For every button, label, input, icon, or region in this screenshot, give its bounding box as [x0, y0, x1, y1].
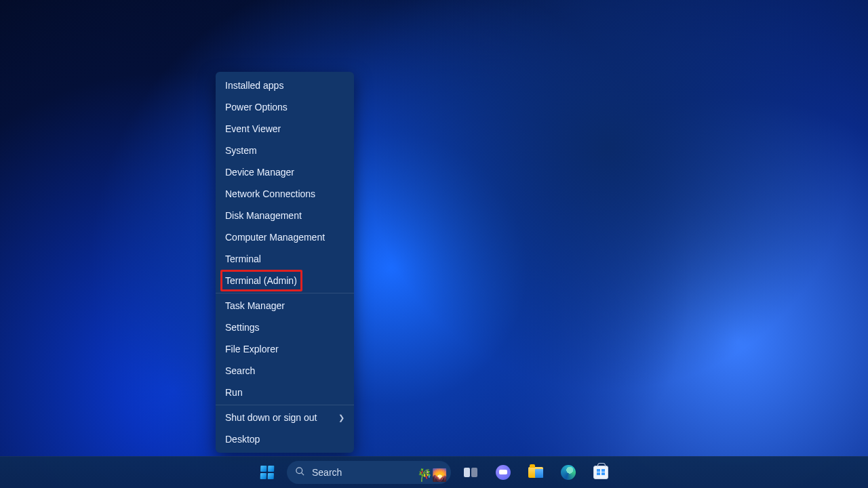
- task-view-icon: [464, 468, 477, 477]
- desktop[interactable]: Installed apps Power Options Event Viewe…: [0, 0, 868, 488]
- menu-item-label: Desktop: [225, 428, 260, 450]
- menu-item-label: Power Options: [225, 96, 288, 118]
- chat-button[interactable]: [490, 460, 516, 485]
- winx-context-menu: Installed apps Power Options Event Viewe…: [216, 72, 354, 453]
- menu-item-terminal[interactable]: Terminal: [216, 248, 354, 270]
- taskbar-center: Search 🎋🌄: [254, 460, 614, 485]
- menu-item-label: Network Connections: [225, 183, 315, 205]
- chevron-right-icon: ❯: [338, 407, 344, 428]
- file-explorer-button[interactable]: [523, 460, 549, 485]
- menu-item-label: Terminal (Admin): [225, 270, 297, 291]
- search-highlight-icon: 🎋🌄: [417, 468, 447, 483]
- menu-item-label: Device Manager: [225, 161, 294, 183]
- menu-item-label: Disk Management: [225, 205, 302, 226]
- search-icon: [295, 466, 305, 479]
- taskbar: Search 🎋🌄: [0, 456, 868, 488]
- menu-item-label: Run: [225, 382, 243, 403]
- menu-item-file-explorer[interactable]: File Explorer: [216, 338, 354, 360]
- menu-item-shut-down-or-sign-out[interactable]: Shut down or sign out ❯: [216, 407, 354, 428]
- menu-item-network-connections[interactable]: Network Connections: [216, 183, 354, 205]
- menu-item-desktop[interactable]: Desktop: [216, 428, 354, 450]
- menu-item-label: Search: [225, 360, 255, 382]
- menu-item-task-manager[interactable]: Task Manager: [216, 295, 354, 317]
- menu-item-settings[interactable]: Settings: [216, 317, 354, 338]
- menu-item-installed-apps[interactable]: Installed apps: [216, 75, 354, 96]
- menu-item-label: File Explorer: [225, 338, 279, 360]
- edge-button[interactable]: [555, 460, 581, 485]
- menu-item-label: Task Manager: [225, 295, 285, 317]
- taskbar-search-box[interactable]: Search 🎋🌄: [287, 461, 451, 484]
- menu-item-terminal-admin[interactable]: Terminal (Admin): [216, 270, 354, 291]
- menu-item-search[interactable]: Search: [216, 360, 354, 382]
- menu-item-power-options[interactable]: Power Options: [216, 96, 354, 118]
- menu-item-disk-management[interactable]: Disk Management: [216, 205, 354, 226]
- menu-item-system[interactable]: System: [216, 140, 354, 161]
- menu-item-run[interactable]: Run: [216, 382, 354, 403]
- task-view-button[interactable]: [458, 460, 484, 485]
- menu-separator: [216, 293, 354, 293]
- menu-item-label: Shut down or sign out: [225, 407, 317, 428]
- menu-item-label: Installed apps: [225, 75, 283, 96]
- chat-icon: [496, 465, 511, 480]
- menu-item-label: System: [225, 140, 257, 161]
- svg-line-1: [301, 472, 304, 475]
- menu-item-label: Terminal: [225, 248, 261, 270]
- microsoft-store-button[interactable]: [588, 460, 614, 485]
- menu-item-computer-management[interactable]: Computer Management: [216, 226, 354, 248]
- menu-separator: [216, 405, 354, 405]
- start-button[interactable]: [254, 460, 280, 485]
- folder-icon: [528, 467, 543, 478]
- svg-point-0: [296, 468, 302, 474]
- store-icon: [593, 466, 608, 479]
- edge-icon: [561, 465, 576, 480]
- menu-item-label: Computer Management: [225, 226, 325, 248]
- search-placeholder: Search: [312, 467, 342, 478]
- menu-item-device-manager[interactable]: Device Manager: [216, 161, 354, 183]
- menu-item-event-viewer[interactable]: Event Viewer: [216, 118, 354, 140]
- windows-logo-icon: [260, 466, 275, 479]
- menu-item-label: Event Viewer: [225, 118, 281, 140]
- menu-item-label: Settings: [225, 317, 260, 338]
